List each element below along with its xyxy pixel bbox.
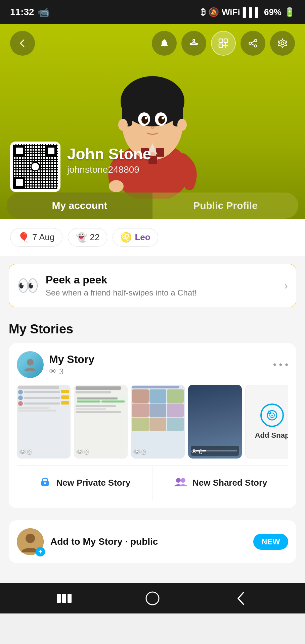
- notifications-button[interactable]: [152, 31, 177, 56]
- qr-corner-bl: [14, 177, 25, 188]
- svg-line-11: [251, 44, 254, 46]
- add-snap-icon: [260, 404, 284, 427]
- story-header-left: My Story 👁 3: [17, 351, 94, 378]
- story-thumb-2[interactable]: 👁0: [74, 385, 128, 459]
- views-count: 3: [59, 367, 63, 376]
- svg-rect-48: [62, 594, 66, 603]
- profile-name: John Stone: [67, 145, 151, 163]
- nav-menu-button[interactable]: [52, 587, 76, 610]
- bottom-spacer: [0, 563, 305, 583]
- add-story-card[interactable]: + Add to My Story · public NEW: [9, 520, 296, 563]
- mute-icon: 🔕: [208, 7, 219, 17]
- new-badge[interactable]: NEW: [253, 534, 288, 550]
- svg-point-24: [141, 116, 148, 124]
- lock-icon: [39, 475, 51, 491]
- svg-rect-3: [224, 39, 228, 43]
- story-more-button[interactable]: • • •: [273, 359, 288, 370]
- camera-icon: 📹: [38, 7, 49, 18]
- tags-row: 🎈 7 Aug 👻 22 ♌ Leo: [0, 219, 305, 256]
- public-profile-tab[interactable]: Public Profile: [152, 193, 298, 219]
- time-display: 11:32: [10, 7, 34, 17]
- story-views: 👁 3: [49, 367, 94, 376]
- svg-point-9: [255, 45, 257, 47]
- story-thumbnails: 👁0: [17, 385, 288, 459]
- svg-point-28: [118, 119, 128, 131]
- svg-point-46: [26, 534, 35, 543]
- qr-corner-tl: [14, 146, 25, 156]
- friends-tag[interactable]: 👻 22: [68, 228, 107, 247]
- group-icon: [174, 475, 188, 491]
- birthday-tag[interactable]: 🎈 7 Aug: [10, 228, 62, 247]
- svg-point-12: [281, 42, 284, 45]
- svg-point-7: [255, 40, 257, 42]
- add-snap-thumb[interactable]: Add Snap: [245, 385, 288, 459]
- header-icon-bar: [0, 24, 305, 62]
- new-shared-story-button[interactable]: New Shared Story: [153, 466, 289, 500]
- wifi-icon: WiFi: [222, 7, 240, 17]
- add-story-label: Add to My Story · public: [50, 536, 247, 547]
- story-card: My Story 👁 3 • • •: [9, 343, 296, 508]
- peek-chevron-icon: ›: [284, 279, 288, 292]
- svg-rect-49: [68, 594, 72, 603]
- qr-corner-tr: [46, 146, 56, 156]
- svg-line-10: [251, 41, 254, 43]
- my-account-tab[interactable]: My account: [7, 193, 152, 219]
- profile-text-block: John Stone johnstone248809: [67, 142, 151, 175]
- profile-header: John Stone johnstone248809 My account Pu…: [0, 24, 305, 219]
- bottom-navigation: [0, 583, 305, 613]
- zodiac-icon: ♌: [120, 232, 132, 243]
- add-story-avatar: +: [17, 528, 44, 555]
- thumb-2-views: 👁0: [77, 448, 88, 456]
- qr-inner: [13, 144, 58, 189]
- story-header: My Story 👁 3 • • •: [17, 351, 288, 378]
- zodiac-tag[interactable]: ♌ Leo: [113, 228, 158, 247]
- friends-icon: 👻: [76, 232, 87, 243]
- my-stories-title: My Stories: [9, 322, 296, 336]
- thumb-3-views: 👁0: [134, 448, 145, 456]
- new-story-row: New Private Story New Shared Story: [17, 465, 288, 500]
- story-thumb-4[interactable]: 👁0: [188, 385, 242, 459]
- profile-username: johnstone248809: [67, 164, 151, 175]
- new-private-story-button[interactable]: New Private Story: [17, 466, 153, 500]
- svg-point-29: [177, 119, 187, 131]
- main-content: 🎈 7 Aug 👻 22 ♌ Leo 👀 Peek a peek See whe…: [0, 219, 305, 583]
- svg-point-35: [27, 359, 34, 366]
- profile-toggle-bar: My account Public Profile: [0, 193, 305, 219]
- story-name: My Story: [49, 353, 94, 366]
- my-story-avatar[interactable]: [17, 351, 44, 378]
- birthday-icon: 🎈: [18, 232, 30, 243]
- svg-point-42: [44, 482, 46, 484]
- nav-back-button[interactable]: [229, 587, 253, 610]
- back-button[interactable]: [10, 31, 35, 56]
- share-button[interactable]: [241, 31, 265, 56]
- svg-point-25: [158, 116, 165, 124]
- svg-rect-2: [219, 39, 223, 43]
- hanger-button[interactable]: [181, 31, 206, 56]
- peek-text-block: Peek a peek See when a friend half-swipe…: [46, 274, 277, 298]
- header-actions: [152, 31, 295, 56]
- svg-point-26: [145, 117, 147, 119]
- story-info: My Story 👁 3: [49, 353, 94, 376]
- nav-home-button[interactable]: [141, 587, 164, 610]
- peek-title: Peek a peek: [46, 274, 277, 286]
- battery-display: 69%: [264, 7, 281, 17]
- story-thumb-3[interactable]: 👁0: [131, 385, 185, 459]
- qr-center-dot: [31, 162, 40, 171]
- my-stories-section: My Stories My Story 👁 3: [0, 315, 305, 514]
- add-friend-button[interactable]: [211, 31, 236, 56]
- profile-info-bar: John Stone johnstone248809: [10, 142, 151, 192]
- svg-point-43: [176, 478, 181, 483]
- peek-card[interactable]: 👀 Peek a peek See when a friend half-swi…: [9, 264, 296, 307]
- story-thumb-1[interactable]: 👁0: [17, 385, 71, 459]
- qr-code[interactable]: [10, 142, 60, 192]
- svg-point-27: [162, 117, 164, 119]
- svg-rect-32: [156, 148, 164, 157]
- status-icons: ₿ 🔕 WiFi ▌▌▌ 69% 🔋: [201, 7, 295, 17]
- battery-icon: 🔋: [284, 7, 295, 17]
- svg-point-8: [249, 42, 252, 45]
- settings-button[interactable]: [270, 31, 295, 56]
- zodiac-label: Leo: [135, 232, 150, 243]
- views-eye-icon: 👁: [49, 367, 57, 376]
- signal-icon: ▌▌▌: [243, 7, 261, 17]
- status-bar: 11:32 📹 ₿ 🔕 WiFi ▌▌▌ 69% 🔋: [0, 0, 305, 24]
